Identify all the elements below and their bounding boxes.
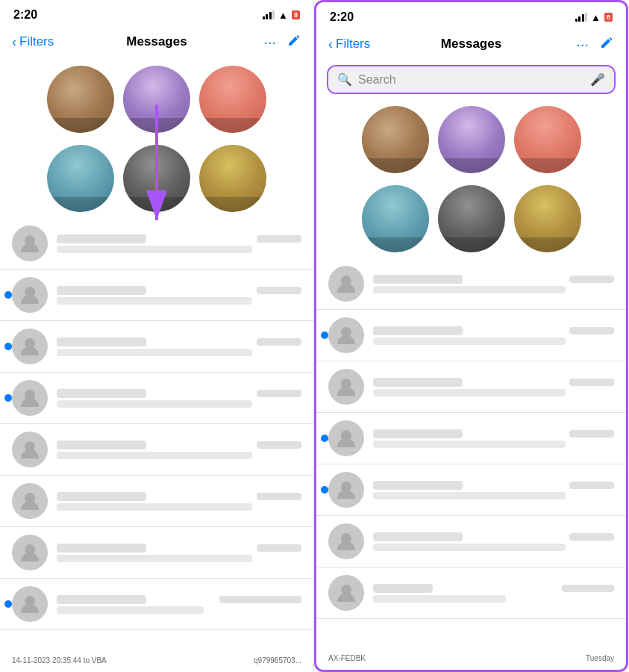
message-content bbox=[57, 492, 301, 511]
table-row[interactable] bbox=[0, 424, 313, 476]
right-avatar-row-2 bbox=[316, 179, 626, 258]
right-time: 2:20 bbox=[330, 10, 354, 24]
left-filters-label[interactable]: Filters bbox=[19, 34, 54, 49]
left-nav-right: ··· bbox=[263, 33, 301, 52]
left-nav-bar: ‹ Filters Messages ··· bbox=[0, 27, 313, 60]
avatar-peach-left[interactable] bbox=[199, 66, 266, 133]
unread-dot bbox=[4, 291, 12, 299]
avatar bbox=[12, 535, 48, 570]
unread-dot bbox=[321, 486, 328, 494]
left-time: 2:20 bbox=[13, 8, 37, 22]
avatar bbox=[12, 432, 48, 467]
message-content bbox=[57, 595, 301, 614]
right-filters-label[interactable]: Filters bbox=[336, 37, 370, 52]
right-messages-title: Messages bbox=[441, 37, 501, 52]
message-content bbox=[373, 275, 614, 293]
avatar bbox=[12, 483, 48, 519]
left-filters-back[interactable]: ‹ Filters bbox=[12, 34, 54, 50]
avatar bbox=[328, 523, 364, 559]
avatar-yellow-left[interactable] bbox=[199, 145, 266, 212]
avatar bbox=[328, 420, 364, 456]
avatar bbox=[328, 472, 364, 508]
avatar bbox=[12, 277, 48, 313]
right-more-icon[interactable]: ··· bbox=[576, 36, 589, 53]
avatar-peach-right[interactable] bbox=[514, 106, 581, 173]
table-row[interactable] bbox=[0, 270, 313, 321]
battery-icon: 8 bbox=[604, 13, 613, 22]
message-content bbox=[373, 378, 614, 396]
bottom-left-text: 14-11-2023 20:35:44 to VBA bbox=[12, 656, 107, 665]
search-icon: 🔍 bbox=[337, 72, 352, 87]
search-bar-container[interactable]: 🔍 Search 🎤 bbox=[327, 65, 616, 94]
left-message-list bbox=[0, 218, 313, 630]
left-phone-panel: 2:20 ▲ 8 ‹ Filters Messages ··· bbox=[0, 0, 314, 672]
right-back-chevron-icon: ‹ bbox=[328, 37, 333, 52]
right-filters-back[interactable]: ‹ Filters bbox=[328, 37, 370, 52]
right-status-bar: 2:20 ▲ 8 bbox=[316, 2, 626, 29]
table-row[interactable] bbox=[316, 464, 626, 516]
avatar bbox=[328, 575, 364, 611]
left-status-bar: 2:20 ▲ 8 bbox=[0, 0, 313, 27]
avatar-beige-left[interactable] bbox=[47, 66, 114, 133]
signal-bars-icon bbox=[263, 10, 275, 19]
avatar bbox=[328, 369, 364, 405]
message-content bbox=[373, 429, 614, 448]
avatar-yellow-right[interactable] bbox=[514, 185, 581, 252]
left-messages-title: Messages bbox=[126, 34, 187, 49]
avatar-teal-right[interactable] bbox=[362, 185, 429, 252]
table-row[interactable] bbox=[0, 527, 313, 579]
table-row[interactable] bbox=[0, 373, 313, 424]
right-status-icons: ▲ 8 bbox=[575, 12, 613, 23]
right-nav-bar: ‹ Filters Messages ··· bbox=[316, 29, 626, 62]
unread-dot bbox=[321, 332, 328, 339]
message-content bbox=[57, 441, 301, 459]
right-nav-right: ··· bbox=[576, 35, 614, 54]
unread-dot bbox=[321, 435, 328, 442]
microphone-icon[interactable]: 🎤 bbox=[590, 72, 605, 87]
avatar bbox=[12, 380, 48, 416]
left-more-icon[interactable]: ··· bbox=[263, 34, 276, 51]
table-row[interactable] bbox=[316, 516, 626, 567]
table-row[interactable] bbox=[316, 413, 626, 464]
right-bottom-info-bar: AX-FEDBK Tuesday bbox=[316, 654, 626, 662]
table-row[interactable] bbox=[316, 310, 626, 361]
message-content bbox=[373, 584, 614, 603]
message-content bbox=[57, 234, 301, 253]
table-row[interactable] bbox=[0, 579, 313, 630]
table-row[interactable] bbox=[0, 476, 313, 527]
wifi-icon: ▲ bbox=[591, 12, 601, 23]
avatar-purple-right[interactable] bbox=[438, 106, 505, 173]
message-content bbox=[57, 389, 301, 408]
right-phone-panel: 2:20 ▲ 8 ‹ Filters Messages ··· bbox=[314, 0, 628, 672]
avatar bbox=[328, 317, 364, 353]
message-content bbox=[373, 532, 614, 551]
message-content bbox=[57, 544, 301, 562]
table-row[interactable] bbox=[316, 361, 626, 413]
unread-dot bbox=[4, 600, 12, 608]
search-input[interactable]: Search bbox=[358, 73, 584, 87]
message-content bbox=[57, 337, 301, 356]
right-bottom-left-text: AX-FEDBK bbox=[328, 654, 366, 662]
avatar-beige-right[interactable] bbox=[362, 106, 429, 173]
table-row[interactable] bbox=[316, 258, 626, 310]
table-row[interactable] bbox=[0, 321, 313, 373]
left-back-chevron-icon: ‹ bbox=[12, 34, 16, 50]
unread-dot bbox=[4, 394, 12, 402]
bottom-right-text: q979965703... bbox=[254, 656, 301, 665]
message-content bbox=[57, 286, 301, 305]
signal-bars-icon bbox=[575, 13, 588, 22]
search-bar[interactable]: 🔍 Search 🎤 bbox=[328, 66, 614, 93]
left-status-icons: ▲ 8 bbox=[263, 10, 300, 21]
avatar-teal-left[interactable] bbox=[47, 145, 114, 212]
right-message-list bbox=[316, 258, 626, 619]
avatar bbox=[12, 586, 48, 622]
right-compose-icon[interactable] bbox=[599, 35, 614, 54]
left-compose-icon[interactable] bbox=[287, 33, 301, 52]
avatar-dark-right[interactable] bbox=[438, 185, 505, 252]
avatar bbox=[12, 329, 48, 364]
table-row[interactable] bbox=[316, 567, 626, 619]
avatar bbox=[12, 225, 48, 261]
bottom-info-bar: 14-11-2023 20:35:44 to VBA q979965703... bbox=[0, 656, 313, 665]
tutorial-arrow bbox=[134, 105, 179, 242]
battery-icon: 8 bbox=[292, 10, 300, 19]
